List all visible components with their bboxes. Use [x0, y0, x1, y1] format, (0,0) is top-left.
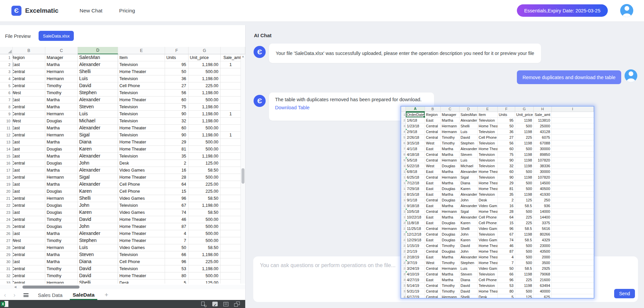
row-number[interactable]: 6	[0, 89, 13, 97]
sheet-cell[interactable]: Martha	[45, 230, 78, 237]
scroll-left-icon[interactable]: ◀	[14, 285, 16, 289]
sheet-cell[interactable]: 125.00	[189, 280, 221, 284]
row-number[interactable]: 20	[0, 188, 13, 195]
brand[interactable]: Є Excelmatic	[11, 6, 58, 16]
sheet-cell[interactable]: Alexander	[78, 97, 118, 104]
row-number[interactable]: 19	[0, 181, 13, 188]
sheet-cell[interactable]: John	[78, 160, 118, 167]
horizontal-scrollbar[interactable]: ◀	[0, 285, 245, 289]
sheet-cell[interactable]: Shelli	[78, 280, 118, 284]
sheet-cell[interactable]: Shelli	[78, 68, 118, 75]
sheet-tab-saledata[interactable]: SaleData	[72, 292, 94, 298]
sheet-cell[interactable]: Diana	[78, 139, 118, 146]
sheet-cell[interactable]: Alexander	[78, 181, 118, 188]
sheet-cell[interactable]: 1,198.00	[189, 265, 221, 272]
sheet-cell[interactable]: Martha	[45, 181, 78, 188]
sheet-cell[interactable]: 46	[165, 216, 189, 223]
column-header-F[interactable]: F	[165, 47, 189, 54]
sheet-cell[interactable]: Television	[118, 111, 165, 118]
sheet-cell[interactable]: 500.00	[189, 125, 221, 132]
add-sheet-button[interactable]: +	[105, 291, 108, 299]
sheet-cell[interactable]: 66	[165, 251, 189, 258]
sheet-cell[interactable]: Martha	[45, 153, 78, 160]
sheet-cell[interactable]: 87	[165, 223, 189, 230]
row-number[interactable]: 33	[0, 280, 13, 284]
nav-link-pricing[interactable]: Pricing	[119, 8, 135, 14]
sheet-cell[interactable]: Unit_price	[189, 54, 221, 61]
sheet-cell[interactable]: Central	[13, 265, 45, 272]
sheet-cell[interactable]: Central	[13, 68, 45, 75]
sheet-cell[interactable]: SalesMan	[78, 54, 118, 61]
sheet-cell[interactable]: 58.50	[189, 209, 221, 216]
row-number[interactable]: 23	[0, 209, 13, 216]
sheet-cell[interactable]: 80	[165, 272, 189, 280]
row-number[interactable]: 25	[0, 223, 13, 230]
sheet-cell[interactable]: Hermann	[45, 111, 78, 118]
sheet-cell[interactable]: Douglas	[45, 188, 78, 195]
row-number[interactable]: 32	[0, 272, 13, 280]
sheet-cell[interactable]: 95	[165, 61, 189, 68]
sheet-cell[interactable]: Hermann	[45, 244, 78, 251]
row-number[interactable]: 15	[0, 153, 13, 160]
sheet-cell[interactable]: Home Theater	[118, 272, 165, 280]
sheet-cell[interactable]: Martha	[45, 139, 78, 146]
row-number[interactable]: 13	[0, 139, 13, 146]
sheet-cell[interactable]: West	[13, 237, 45, 244]
sheet-cell[interactable]: Martha	[45, 251, 78, 258]
sheet-cell[interactable]: 1,198.00	[189, 61, 221, 68]
download-table-link[interactable]: Download Table	[275, 105, 310, 110]
vertical-scrollbar-thumb[interactable]	[241, 168, 245, 184]
sheet-cell[interactable]: Home Theater	[118, 68, 165, 75]
sheet-cell[interactable]: 32	[165, 118, 189, 125]
sheet-cell[interactable]: Martha	[45, 258, 78, 265]
sheet-cell[interactable]: John	[78, 223, 118, 230]
sheet-cell[interactable]: 500.00	[189, 139, 221, 146]
sheet-cell[interactable]: Cell Phone	[118, 181, 165, 188]
sheet-cell[interactable]: Central	[13, 75, 45, 82]
sheet-cell[interactable]: 58.50	[189, 167, 221, 174]
sheet-cell[interactable]: Hermann	[45, 280, 78, 284]
tabs-next-icon[interactable]: ›	[13, 290, 15, 300]
row-number[interactable]: 5	[0, 82, 13, 89]
sheet-cell[interactable]: Douglas	[45, 160, 78, 167]
nav-link-new-chat[interactable]: New Chat	[79, 8, 102, 14]
sheet-cell[interactable]: 53	[165, 265, 189, 272]
sheet-cell[interactable]: Timothy	[45, 82, 78, 89]
row-number[interactable]: 31	[0, 265, 13, 272]
sheet-cell[interactable]: John	[78, 202, 118, 209]
row-number[interactable]: 22	[0, 202, 13, 209]
sheet-cell[interactable]: 1,198.00	[189, 111, 221, 118]
sheet-cell[interactable]: West	[13, 89, 45, 97]
scroll-up-icon[interactable]: ▲	[241, 55, 245, 58]
row-number[interactable]: 26	[0, 230, 13, 237]
sheet-cell[interactable]: Video Games	[118, 167, 165, 174]
sheet-cell[interactable]: Alexander	[78, 61, 118, 68]
sheet-cell[interactable]: 28	[165, 174, 189, 181]
sheet-cell[interactable]: East	[13, 125, 45, 132]
file-tab[interactable]: SaleData.xlsx	[39, 31, 74, 41]
sheet-cell[interactable]: Douglas	[45, 202, 78, 209]
sheet-cell[interactable]: 27	[165, 82, 189, 89]
horizontal-scrollbar-thumb[interactable]	[22, 286, 79, 289]
sheet-cell[interactable]: Hermann	[45, 174, 78, 181]
sheet-cell[interactable]: 36	[165, 75, 189, 82]
vertical-scrollbar[interactable]: ▲	[240, 54, 245, 284]
sheet-cell[interactable]: Sigal	[78, 174, 118, 181]
sheet-cell[interactable]: Hermann	[45, 195, 78, 202]
sheet-cell[interactable]: Home Theater	[118, 237, 165, 244]
sheet-cell[interactable]: Central	[13, 82, 45, 89]
row-number[interactable]: 9	[0, 111, 13, 118]
sheet-cell[interactable]: Television	[118, 89, 165, 97]
sheet-cell[interactable]: Video Games	[118, 195, 165, 202]
sheet-cell[interactable]: 7	[165, 237, 189, 244]
sheet-cell[interactable]: Douglas	[45, 118, 78, 125]
sheet-cell[interactable]: Home Theater	[118, 223, 165, 230]
sheet-cell[interactable]: Luis	[78, 75, 118, 82]
sheet-cell[interactable]: Video Games	[118, 209, 165, 216]
row-number[interactable]: 30	[0, 258, 13, 265]
sheet-cell[interactable]: Home Theater	[118, 125, 165, 132]
sheet-cell[interactable]: Manager	[45, 54, 78, 61]
sheet-cell[interactable]: Desk	[118, 280, 165, 284]
sheet-cell[interactable]: 500.00	[189, 146, 221, 153]
sheet-cell[interactable]: Martha	[45, 125, 78, 132]
